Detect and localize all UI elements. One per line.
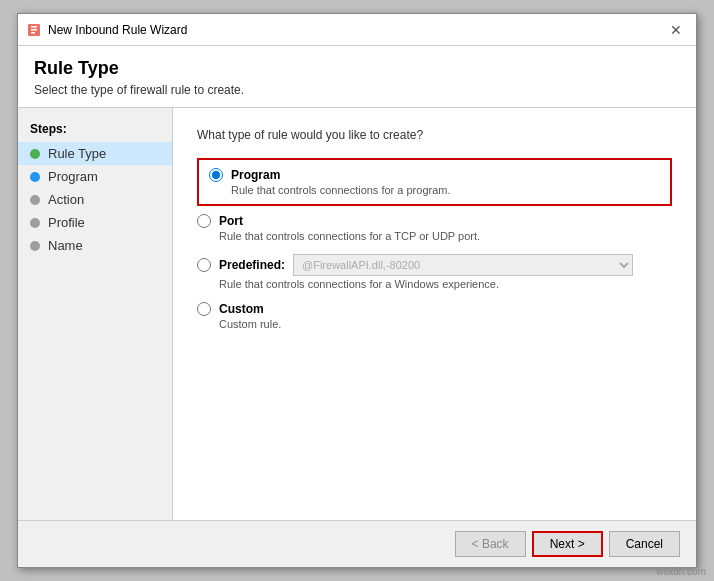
sidebar-item-profile[interactable]: Profile [18, 211, 172, 234]
cancel-button[interactable]: Cancel [609, 531, 680, 557]
sidebar-label-program: Program [48, 169, 98, 184]
option-port-desc: Rule that controls connections for a TCP… [219, 230, 672, 242]
watermark: wsxdn.com [656, 566, 706, 577]
sidebar-label-action: Action [48, 192, 84, 207]
next-button[interactable]: Next > [532, 531, 603, 557]
svg-rect-1 [31, 29, 37, 31]
option-port-header: Port [197, 214, 672, 228]
radio-port[interactable] [197, 214, 211, 228]
main-panel: What type of rule would you like to crea… [173, 108, 696, 520]
radio-predefined[interactable] [197, 258, 211, 272]
sidebar-label-name: Name [48, 238, 83, 253]
option-predefined-desc: Rule that controls connections for a Win… [219, 278, 672, 290]
svg-rect-2 [31, 26, 37, 28]
close-button[interactable]: ✕ [664, 18, 688, 42]
sidebar-item-rule-type[interactable]: Rule Type [18, 142, 172, 165]
content-area: Steps: Rule Type Program Action Profile … [18, 108, 696, 520]
sidebar-item-action[interactable]: Action [18, 188, 172, 211]
sidebar-item-name[interactable]: Name [18, 234, 172, 257]
option-program-desc: Rule that controls connections for a pro… [231, 184, 660, 196]
footer: < Back Next > Cancel [18, 520, 696, 567]
page-header: Rule Type Select the type of firewall ru… [18, 46, 696, 108]
option-program-header: Program [209, 168, 660, 182]
option-program: Program Rule that controls connections f… [197, 158, 672, 206]
option-port: Port Rule that controls connections for … [197, 208, 672, 248]
dot-icon-action [30, 195, 40, 205]
option-custom-header: Custom [197, 302, 672, 316]
dot-icon-profile [30, 218, 40, 228]
predefined-row: Predefined: @FirewallAPI.dll,-80200 [197, 254, 672, 276]
option-group: Program Rule that controls connections f… [197, 158, 672, 336]
svg-rect-3 [31, 32, 35, 34]
back-button[interactable]: < Back [455, 531, 526, 557]
window-title: New Inbound Rule Wizard [48, 23, 664, 37]
option-predefined-label: Predefined: [219, 258, 285, 272]
option-custom-label: Custom [219, 302, 264, 316]
question-text: What type of rule would you like to crea… [197, 128, 672, 142]
sidebar-label-rule-type: Rule Type [48, 146, 106, 161]
option-custom: Custom Custom rule. [197, 296, 672, 336]
option-port-label: Port [219, 214, 243, 228]
page-description: Select the type of firewall rule to crea… [34, 83, 680, 97]
option-program-label: Program [231, 168, 280, 182]
radio-program[interactable] [209, 168, 223, 182]
dot-icon-rule-type [30, 149, 40, 159]
window-icon [26, 22, 42, 38]
sidebar: Steps: Rule Type Program Action Profile … [18, 108, 173, 520]
dot-icon-name [30, 241, 40, 251]
option-predefined: Predefined: @FirewallAPI.dll,-80200 Rule… [197, 248, 672, 296]
option-custom-desc: Custom rule. [219, 318, 672, 330]
sidebar-label-profile: Profile [48, 215, 85, 230]
sidebar-item-program[interactable]: Program [18, 165, 172, 188]
dot-icon-program [30, 172, 40, 182]
predefined-select[interactable]: @FirewallAPI.dll,-80200 [293, 254, 633, 276]
title-bar: New Inbound Rule Wizard ✕ [18, 14, 696, 46]
steps-label: Steps: [18, 118, 172, 142]
page-title: Rule Type [34, 58, 680, 79]
radio-custom[interactable] [197, 302, 211, 316]
wizard-window: New Inbound Rule Wizard ✕ Rule Type Sele… [17, 13, 697, 568]
